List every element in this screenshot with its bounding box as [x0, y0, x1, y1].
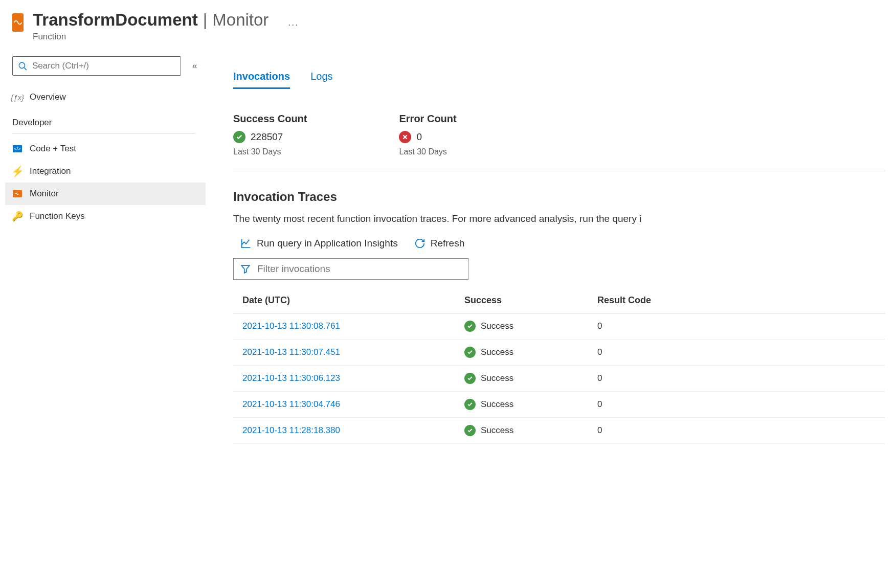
nav-label: Function Keys [30, 211, 85, 221]
status-text: Success [481, 373, 513, 383]
filter-input[interactable] [257, 263, 461, 275]
check-circle-icon [464, 321, 476, 332]
check-circle-icon [464, 425, 476, 436]
table-row: 2021-10-13 11:30:08.761Success0 [233, 313, 885, 340]
filter-invocations[interactable] [233, 258, 468, 280]
monitor-tabs: Invocations Logs [233, 71, 895, 88]
invocation-status: Success [464, 321, 597, 332]
action-label: Run query in Application Insights [257, 238, 398, 249]
header-date[interactable]: Date (UTC) [242, 295, 464, 306]
invocation-traces-heading: Invocation Traces [233, 190, 895, 204]
invocation-status: Success [464, 399, 597, 410]
status-text: Success [481, 347, 513, 357]
search-input[interactable] [32, 61, 175, 71]
function-app-icon [12, 13, 24, 32]
tab-logs[interactable]: Logs [310, 71, 332, 88]
nav-overview[interactable]: {ƒx} Overview [5, 86, 206, 108]
nav-label: Code + Test [30, 144, 76, 154]
page-title: TransformDocument [33, 10, 198, 30]
header-result[interactable]: Result Code [597, 295, 885, 306]
error-count-block: Error Count 0 Last 30 Days [399, 113, 456, 156]
nav-label: Monitor [30, 189, 59, 199]
filter-icon [241, 264, 250, 274]
chart-line-icon [240, 238, 252, 249]
page-header: TransformDocument | Monitor ... Function [12, 10, 209, 42]
invocation-date-link[interactable]: 2021-10-13 11:30:08.761 [242, 321, 464, 331]
success-period: Last 30 Days [233, 147, 307, 156]
invocation-traces-description: The twenty most recent function invocati… [233, 213, 895, 224]
nav-integration[interactable]: ⚡ Integration [5, 160, 206, 183]
check-circle-icon [233, 131, 245, 143]
table-row: 2021-10-13 11:30:06.123Success0 [233, 366, 885, 392]
tab-invocations[interactable]: Invocations [233, 71, 290, 88]
success-count-block: Success Count 228507 Last 30 Days [233, 113, 307, 156]
invocations-table: Date (UTC) Success Result Code 2021-10-1… [233, 295, 885, 444]
invocation-date-link[interactable]: 2021-10-13 11:28:18.380 [242, 425, 464, 436]
invocation-date-link[interactable]: 2021-10-13 11:30:07.451 [242, 347, 464, 357]
invocation-result-code: 0 [597, 373, 885, 383]
action-label: Refresh [431, 238, 465, 249]
title-separator: | [203, 10, 208, 30]
success-count-value: 228507 [251, 131, 283, 143]
fx-icon: {ƒx} [12, 92, 23, 102]
status-text: Success [481, 321, 513, 331]
success-count-label: Success Count [233, 113, 307, 125]
nav-monitor[interactable]: Monitor [5, 183, 206, 205]
nav-function-keys[interactable]: 🔑 Function Keys [5, 205, 206, 228]
error-count-label: Error Count [399, 113, 456, 125]
invocation-result-code: 0 [597, 425, 885, 436]
svg-point-0 [19, 62, 25, 68]
invocation-status: Success [464, 347, 597, 358]
table-row: 2021-10-13 11:30:07.451Success0 [233, 340, 885, 366]
table-row: 2021-10-13 11:28:18.380Success0 [233, 418, 885, 444]
invocation-result-code: 0 [597, 347, 885, 357]
status-text: Success [481, 399, 513, 410]
x-circle-icon [399, 131, 411, 143]
status-text: Success [481, 425, 513, 436]
run-query-button[interactable]: Run query in Application Insights [240, 238, 398, 249]
invocation-result-code: 0 [597, 321, 885, 331]
table-row: 2021-10-13 11:30:04.746Success0 [233, 392, 885, 418]
search-icon [18, 61, 27, 71]
developer-section-header: Developer [12, 118, 195, 133]
invocation-date-link[interactable]: 2021-10-13 11:30:04.746 [242, 399, 464, 410]
check-circle-icon [464, 399, 476, 410]
code-icon: </> [12, 144, 23, 154]
error-count-value: 0 [416, 131, 422, 143]
error-period: Last 30 Days [399, 147, 456, 156]
invocation-result-code: 0 [597, 399, 885, 410]
collapse-sidebar-button[interactable]: « [192, 61, 197, 71]
refresh-button[interactable]: Refresh [414, 238, 465, 249]
invocation-date-link[interactable]: 2021-10-13 11:30:06.123 [242, 373, 464, 383]
lightning-icon: ⚡ [12, 166, 23, 176]
invocation-status: Success [464, 373, 597, 384]
refresh-icon [414, 238, 426, 249]
monitor-icon [12, 189, 23, 199]
invocation-status: Success [464, 425, 597, 436]
nav-label: Integration [30, 166, 71, 176]
key-icon: 🔑 [12, 211, 23, 221]
nav-code-test[interactable]: </> Code + Test [5, 138, 206, 160]
sidebar-search[interactable] [12, 56, 181, 76]
nav-label: Overview [30, 92, 66, 102]
check-circle-icon [464, 373, 476, 384]
check-circle-icon [464, 347, 476, 358]
header-success[interactable]: Success [464, 295, 597, 306]
